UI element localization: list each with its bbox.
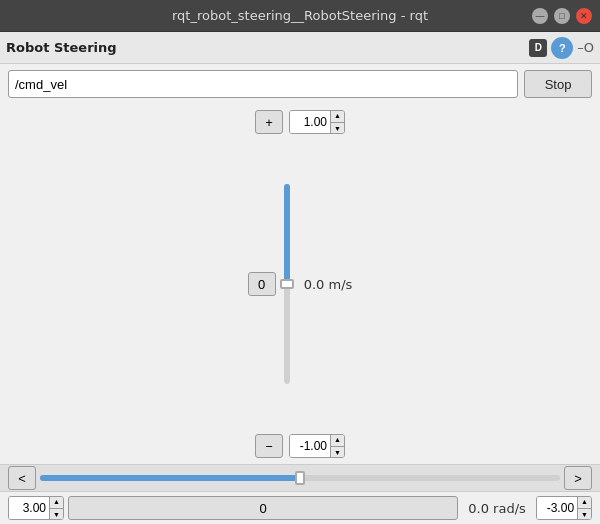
main-body: Stop + ▲ ▼ 0 (0, 64, 600, 524)
left-spacer (20, 110, 200, 458)
h-right-spin-arrows: ▲ ▼ (577, 496, 591, 520)
stop-button[interactable]: Stop (524, 70, 592, 98)
toolbar: Robot Steering D ? –O (0, 32, 600, 64)
rad-label: 0.0 rad/s (462, 501, 532, 516)
h-left-button[interactable]: < (8, 466, 36, 490)
v-min-spinbox[interactable]: ▲ ▼ (289, 434, 345, 458)
window-controls: — □ ✕ (532, 8, 592, 24)
v-max-down-arrow[interactable]: ▼ (331, 123, 344, 135)
h-slider-handle[interactable] (295, 471, 305, 485)
v-slider-handle[interactable] (280, 279, 294, 289)
h-zero-button[interactable]: 0 (68, 496, 458, 520)
h-right-button[interactable]: > (564, 466, 592, 490)
minimize-button[interactable]: — (532, 8, 548, 24)
h-left-spin-arrows: ▲ ▼ (49, 496, 63, 520)
v-max-input[interactable] (290, 111, 330, 133)
h-section-wrapper: < > ▲ ▼ 0 0.0 rad/s (0, 464, 600, 524)
h-right-spin-down[interactable]: ▼ (578, 509, 591, 521)
v-max-arrows: ▲ ▼ (330, 110, 344, 134)
window-title: rqt_robot_steering__RobotSteering - rqt (68, 8, 532, 23)
velocity-label: 0.0 m/s (304, 277, 353, 292)
d-icon-button[interactable]: D (529, 39, 547, 57)
middle-slider-row: 0 0.0 m/s (248, 138, 353, 430)
v-max-spinbox[interactable]: ▲ ▼ (289, 110, 345, 134)
v-min-input[interactable] (290, 435, 330, 457)
bottom-spinbox-section: ▲ ▼ 0 0.0 rad/s ▲ ▼ (0, 492, 600, 524)
h-slider-fill (40, 475, 300, 481)
topic-input[interactable] (8, 70, 518, 98)
close-panel-button[interactable]: –O (577, 40, 594, 55)
v-min-arrows: ▲ ▼ (330, 434, 344, 458)
v-slider-fill (284, 184, 290, 284)
right-spacer (400, 110, 580, 458)
plugin-label: Robot Steering (6, 40, 117, 55)
h-left-spin-down[interactable]: ▼ (50, 509, 63, 521)
v-max-up-arrow[interactable]: ▲ (331, 110, 344, 123)
vertical-controls: + ▲ ▼ 0 (200, 110, 400, 458)
top-spinbox-row: + ▲ ▼ (255, 110, 345, 134)
app-window: Robot Steering D ? –O Stop + (0, 32, 600, 524)
v-minus-button[interactable]: − (255, 434, 283, 458)
h-slider-track (40, 475, 560, 481)
h-left-spin-input[interactable] (9, 497, 49, 519)
bottom-spinbox-row: − ▲ ▼ (255, 434, 345, 458)
close-button[interactable]: ✕ (576, 8, 592, 24)
v-zero-button[interactable]: 0 (248, 272, 276, 296)
v-plus-button[interactable]: + (255, 110, 283, 134)
h-left-spinbox[interactable]: ▲ ▼ (8, 496, 64, 520)
h-right-spinbox[interactable]: ▲ ▼ (536, 496, 592, 520)
center-panel: + ▲ ▼ 0 (0, 104, 600, 464)
toolbar-icons: D ? –O (529, 37, 594, 59)
v-min-up-arrow[interactable]: ▲ (331, 434, 344, 447)
maximize-button[interactable]: □ (554, 8, 570, 24)
topic-row: Stop (0, 64, 600, 104)
v-min-down-arrow[interactable]: ▼ (331, 447, 344, 459)
title-bar: rqt_robot_steering__RobotSteering - rqt … (0, 0, 600, 32)
help-icon-button[interactable]: ? (551, 37, 573, 59)
h-right-spin-up[interactable]: ▲ (578, 496, 591, 509)
v-slider-track (284, 184, 290, 384)
h-left-spin-up[interactable]: ▲ (50, 496, 63, 509)
h-right-spin-input[interactable] (537, 497, 577, 519)
h-slider-row: < > (0, 464, 600, 492)
